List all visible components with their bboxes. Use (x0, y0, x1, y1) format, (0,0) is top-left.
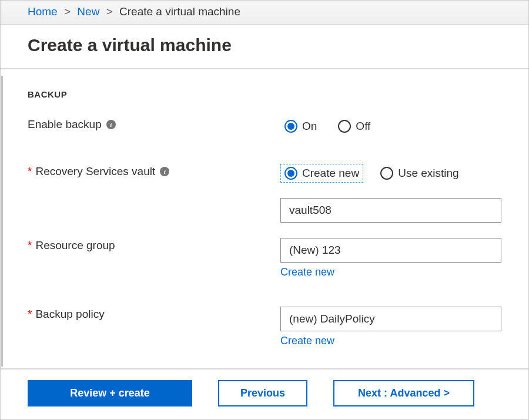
breadcrumb-separator: > (106, 5, 113, 18)
breadcrumb-current: Create a virtual machine (119, 5, 240, 18)
resource-group-input[interactable] (280, 238, 501, 263)
radio-enable-backup-off[interactable]: Off (334, 117, 374, 136)
required-indicator: * (28, 165, 32, 178)
radio-icon (338, 120, 351, 133)
radio-label: On (302, 120, 317, 133)
next-advanced-button[interactable]: Next : Advanced > (333, 380, 474, 406)
radio-vault-create-new[interactable]: Create new (280, 164, 363, 183)
info-icon[interactable]: i (160, 167, 169, 176)
radio-label: Create new (302, 167, 359, 180)
breadcrumb-link-new[interactable]: New (77, 5, 99, 18)
required-indicator: * (28, 308, 32, 321)
label-backup-policy: * Backup policy (28, 307, 280, 321)
label-text: Resource group (35, 239, 115, 252)
radio-vault-use-existing[interactable]: Use existing (376, 164, 463, 183)
info-icon[interactable]: i (106, 120, 116, 129)
previous-button[interactable]: Previous (218, 380, 307, 406)
vault-name-input[interactable] (280, 198, 501, 223)
label-text: Enable backup (28, 118, 102, 131)
backup-policy-input[interactable] (280, 307, 501, 331)
row-backup-policy: * Backup policy Create new (28, 307, 501, 347)
radio-icon (284, 120, 297, 133)
label-vault: * Recovery Services vault i (28, 164, 280, 178)
radio-icon (284, 167, 297, 180)
label-enable-backup: Enable backup i (28, 117, 280, 131)
row-enable-backup: Enable backup i On Off (28, 117, 501, 136)
review-create-button[interactable]: Review + create (28, 380, 192, 406)
breadcrumb-link-home[interactable]: Home (28, 5, 58, 18)
radio-icon (380, 167, 393, 180)
radio-label: Off (356, 120, 370, 133)
radio-enable-backup-on[interactable]: On (280, 117, 321, 136)
radio-group-enable-backup: On Off (280, 117, 501, 136)
form-content: BACKUP Enable backup i On Off (1, 69, 528, 380)
backup-policy-create-new-link[interactable]: Create new (280, 335, 501, 347)
section-heading-backup: BACKUP (28, 89, 501, 99)
label-text: Recovery Services vault (35, 165, 155, 178)
row-vault-name (28, 198, 501, 223)
radio-group-vault: Create new Use existing (280, 164, 501, 183)
label-resource-group: * Resource group (28, 238, 280, 252)
label-text: Backup policy (35, 308, 104, 321)
breadcrumb: Home > New > Create a virtual machine (1, 1, 528, 25)
row-vault: * Recovery Services vault i Create new U… (28, 164, 501, 183)
resource-group-create-new-link[interactable]: Create new (280, 266, 501, 278)
radio-label: Use existing (398, 167, 459, 180)
breadcrumb-separator: > (64, 5, 71, 18)
footer-actions: Review + create Previous Next : Advanced… (1, 368, 528, 419)
required-indicator: * (28, 239, 32, 252)
row-resource-group: * Resource group Create new (28, 238, 501, 278)
page-title: Create a virtual machine (1, 25, 528, 68)
